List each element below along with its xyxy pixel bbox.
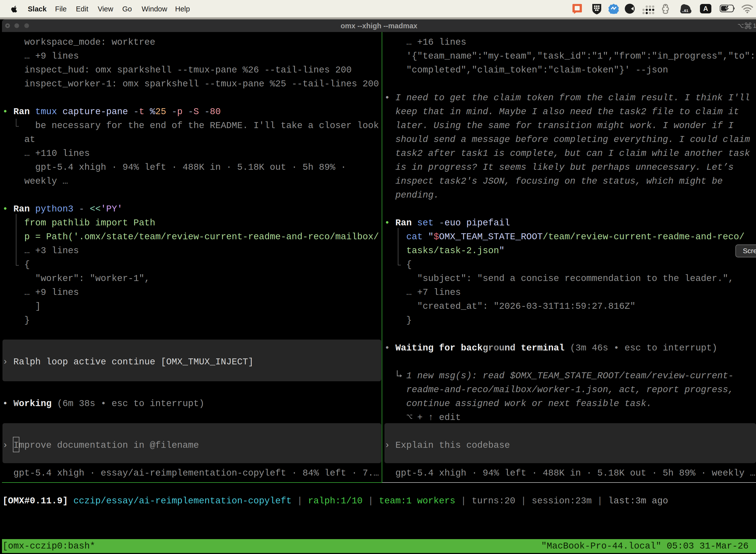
svg-text:1: 1	[753, 22, 756, 29]
svg-text:..61: ..61	[682, 8, 688, 13]
